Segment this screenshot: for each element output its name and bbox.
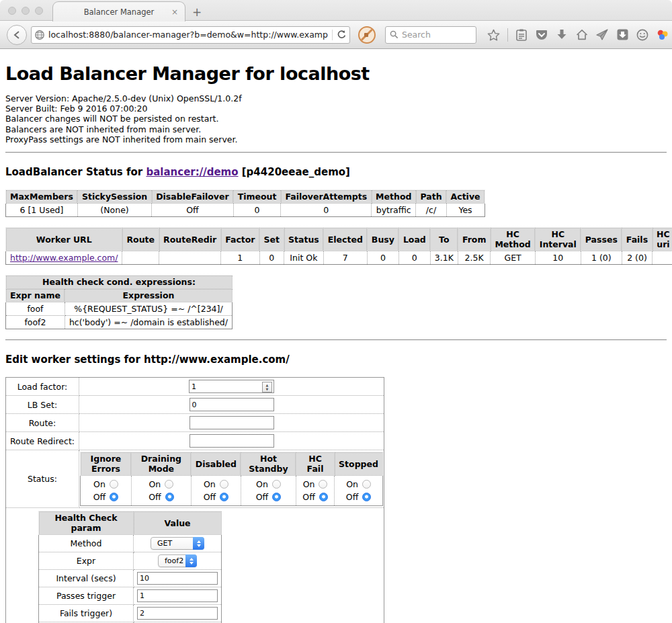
- interval-input[interactable]: [137, 572, 218, 585]
- extension-colored-dots-icon[interactable]: [657, 28, 669, 41]
- tab-balancer-manager[interactable]: Balancer Manager ×: [52, 1, 185, 22]
- column-header: Busy: [367, 228, 398, 251]
- form-row: Interval (secs): [39, 570, 222, 587]
- on-label: On: [346, 478, 358, 491]
- back-arrow-icon: [13, 31, 20, 39]
- column-header: Status: [284, 228, 324, 251]
- radio-stopped-on[interactable]: [362, 480, 371, 489]
- radio-hc-fail-on[interactable]: [319, 480, 327, 489]
- downloads-icon[interactable]: [556, 28, 569, 41]
- radio-hot-standby-off[interactable]: [272, 493, 281, 501]
- content-blocker-icon[interactable]: [358, 26, 376, 44]
- radio-disabled-off[interactable]: [220, 493, 228, 501]
- route-label: Route:: [6, 414, 79, 432]
- status-option-stopped: On Off: [335, 476, 383, 506]
- method-select[interactable]: GET: [151, 537, 204, 550]
- window-zoom-button[interactable]: [35, 7, 43, 15]
- toolbar-icons: ▾: [487, 28, 672, 42]
- column-header: To: [430, 228, 458, 251]
- on-label: On: [149, 478, 161, 491]
- off-label: Off: [149, 491, 161, 503]
- search-bar[interactable]: Search: [385, 26, 476, 44]
- health-check-expressions-table: Health check cond. expressions: Expr nam…: [5, 275, 233, 329]
- expr-label: Expr: [39, 552, 134, 570]
- load-factor-input[interactable]: [189, 380, 274, 393]
- column-header: HC Method: [491, 228, 535, 251]
- select-arrows-icon: [193, 537, 204, 550]
- radio-hot-standby-on[interactable]: [272, 480, 281, 489]
- window-controls[interactable]: [8, 7, 43, 15]
- save-to-device-icon[interactable]: [616, 28, 629, 41]
- url-bar[interactable]: localhost:8880/balancer-manager?b=demo&w…: [31, 26, 350, 44]
- window-close-button[interactable]: [8, 7, 16, 15]
- table-cell: http://www.example.com/: [6, 251, 122, 265]
- radio-disabled-on[interactable]: [220, 480, 228, 489]
- radio-hc-fail-off[interactable]: [319, 493, 328, 501]
- expr-table-title: Health check cond. expressions:: [6, 276, 233, 289]
- new-tab-button[interactable]: +: [192, 5, 202, 19]
- radio-stopped-off[interactable]: [362, 493, 371, 501]
- feedback-smiley-icon[interactable]: [636, 28, 649, 41]
- lb-set-input[interactable]: [190, 398, 274, 411]
- radio-ignore-errors-on[interactable]: [110, 480, 118, 489]
- home-icon[interactable]: [576, 28, 589, 41]
- reload-icon[interactable]: [337, 30, 347, 40]
- worker-url-link[interactable]: http://www.example.com/: [10, 253, 118, 263]
- send-tab-icon[interactable]: [596, 28, 609, 41]
- form-row: Health Check param Value Method GET: [6, 508, 384, 623]
- table-cell: 2 (0): [622, 251, 652, 265]
- route-cell: [79, 414, 384, 432]
- on-label: On: [93, 478, 106, 491]
- column-header: HC Fail: [296, 452, 334, 476]
- bookmark-star-icon[interactable]: [487, 28, 500, 41]
- form-row: Route:: [6, 414, 384, 432]
- window-minimize-button[interactable]: [22, 7, 30, 15]
- column-header: Route: [122, 228, 159, 251]
- route-redirect-input[interactable]: [190, 434, 274, 448]
- column-header: Factor: [221, 228, 259, 251]
- table-cell: bytraffic: [372, 204, 416, 217]
- off-label: Off: [346, 491, 358, 503]
- column-header: DisableFailover: [152, 190, 233, 204]
- server-built-line: Server Built: Feb 9 2016 07:00:20: [5, 103, 667, 114]
- expr-select[interactable]: foof2: [158, 554, 197, 567]
- fails-input[interactable]: [137, 607, 218, 620]
- column-header: Draining Mode: [131, 452, 191, 476]
- table-cell: foof2: [6, 316, 65, 329]
- table-cell: 7: [323, 251, 367, 265]
- page-title: Load Balancer Manager for localhost: [5, 63, 667, 84]
- status-option-hot-standby: On Off: [241, 476, 296, 506]
- search-placeholder[interactable]: Search: [402, 30, 431, 40]
- balancer-demo-link[interactable]: balancer://demo: [146, 166, 238, 178]
- radio-ignore-errors-off[interactable]: [110, 493, 118, 501]
- table-cell: (None): [77, 204, 151, 217]
- edit-worker-heading: Edit worker settings for http://www.exam…: [5, 354, 667, 366]
- table-cell: 0: [367, 251, 398, 265]
- reading-list-icon[interactable]: [515, 28, 528, 41]
- tab-title: Balancer Manager: [84, 7, 155, 17]
- route-input[interactable]: [190, 416, 274, 429]
- site-identity-globe-icon[interactable]: [34, 30, 45, 40]
- url-text[interactable]: localhost:8880/balancer-manager?b=demo&w…: [48, 30, 328, 40]
- pocket-icon[interactable]: [536, 28, 548, 41]
- column-header: Ignore Errors: [81, 452, 132, 476]
- table-cell: 2.5K: [458, 251, 491, 265]
- on-label: On: [303, 478, 315, 491]
- lb-set-label: LB Set:: [6, 396, 79, 414]
- column-header: StickySession: [77, 190, 151, 204]
- radio-draining-mode-off[interactable]: [165, 493, 174, 501]
- divider: [5, 339, 667, 341]
- passes-input[interactable]: [137, 589, 218, 602]
- tab-close-icon[interactable]: ×: [171, 7, 178, 17]
- table-row: foof %{REQUEST_STATUS} =~ /^[234]/: [6, 302, 233, 316]
- table-cell: 0: [233, 204, 281, 217]
- table-cell: hc('body') =~ /domain is established/: [65, 316, 232, 329]
- status-option-draining-mode: On Off: [131, 476, 191, 506]
- table-cell: 6 [1 Used]: [6, 204, 78, 217]
- number-spinner[interactable]: ▲▼: [262, 382, 272, 392]
- back-button[interactable]: [7, 25, 27, 45]
- column-header: HC uri: [653, 228, 672, 251]
- search-icon: [390, 30, 398, 39]
- radio-draining-mode-on[interactable]: [165, 480, 173, 489]
- expr-cell: foof2: [134, 552, 222, 570]
